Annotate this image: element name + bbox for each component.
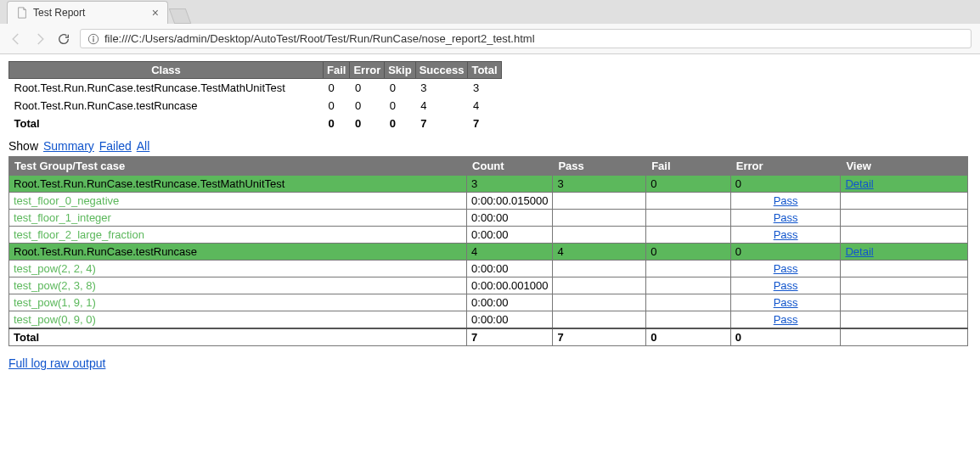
case-duration: 0:00:00 (467, 311, 553, 329)
new-tab-button[interactable] (169, 8, 192, 24)
total-cell: 0 (646, 328, 731, 346)
filter-label: Show (8, 139, 38, 153)
case-duration: 0:00:00 (467, 210, 553, 227)
summary-cell: 0 (350, 79, 385, 98)
back-icon[interactable] (8, 31, 24, 47)
result-link[interactable]: Pass (774, 296, 798, 309)
summary-header: Success (415, 62, 468, 79)
summary-cell: 4 (415, 97, 468, 115)
group-cell: 3 (553, 176, 646, 193)
group-view-cell: Detail (841, 176, 968, 193)
svg-point-1 (93, 36, 94, 37)
summary-cell: Total (9, 115, 324, 132)
case-cell (553, 294, 646, 311)
summary-cell: 0 (350, 97, 385, 115)
group-cell: 0 (646, 176, 731, 193)
detail-header: Test Group/Test case (9, 157, 467, 176)
case-duration: 0:00:00 (467, 261, 553, 277)
group-name: Root.Test.Run.RunCase.testRuncase (9, 244, 467, 261)
raw-output-link[interactable]: Full log raw output (8, 356, 105, 370)
case-cell (553, 277, 646, 294)
result-link[interactable]: Pass (774, 194, 798, 207)
summary-cell: 0 (324, 115, 350, 132)
case-cell (646, 311, 731, 329)
case-duration: 0:00:00 (467, 227, 553, 244)
case-row: test_pow(2, 2, 4)0:00:00Pass (9, 261, 968, 277)
case-name: test_floor_1_integer (9, 210, 467, 227)
case-name: test_pow(2, 2, 4) (9, 261, 467, 277)
result-link[interactable]: Pass (774, 211, 798, 224)
case-cell (841, 311, 968, 329)
group-cell: 0 (646, 244, 731, 261)
detail-link[interactable]: Detail (845, 177, 873, 190)
case-cell (553, 193, 646, 210)
tab-bar: Test Report × (0, 0, 980, 24)
case-cell (646, 210, 731, 227)
case-cell (553, 210, 646, 227)
browser-tab[interactable]: Test Report × (7, 1, 168, 24)
browser-chrome: Test Report × file:///C:/Users/admin/Des… (0, 0, 980, 54)
info-icon[interactable] (87, 33, 99, 45)
filter-summary-link[interactable]: Summary (43, 139, 94, 153)
detail-header: Error (730, 157, 841, 176)
case-name: test_pow(1, 9, 1) (9, 294, 467, 311)
filter-all-link[interactable]: All (137, 139, 150, 153)
summary-cell: 7 (415, 115, 468, 132)
case-result-cell: Pass (730, 193, 841, 210)
case-name: test_pow(2, 3, 8) (9, 277, 467, 294)
summary-cell: 0 (385, 115, 415, 132)
case-result-cell: Pass (730, 294, 841, 311)
case-cell (841, 277, 968, 294)
case-duration: 0:00:00.001000 (467, 277, 553, 294)
close-icon[interactable]: × (152, 6, 159, 20)
detail-header-row: Test Group/Test case Count Pass Fail Err… (9, 157, 968, 176)
group-cell: 4 (553, 244, 646, 261)
result-link[interactable]: Pass (774, 313, 798, 326)
result-link[interactable]: Pass (774, 279, 798, 292)
total-cell: Total (9, 328, 467, 346)
case-row: test_pow(0, 9, 0)0:00:00Pass (9, 311, 968, 329)
detail-header: Count (467, 157, 553, 176)
summary-cell: 4 (468, 97, 501, 115)
reload-icon[interactable] (56, 31, 71, 47)
case-cell (646, 193, 731, 210)
summary-cell: Root.Test.Run.RunCase.testRuncase (9, 97, 324, 115)
forward-icon[interactable] (32, 31, 48, 47)
case-cell (646, 294, 731, 311)
summary-row: Root.Test.Run.RunCase.testRuncase.TestMa… (9, 79, 502, 98)
case-name: test_floor_2_large_fraction (9, 227, 467, 244)
detail-header: View (841, 157, 968, 176)
group-name: Root.Test.Run.RunCase.testRuncase.TestMa… (9, 176, 467, 193)
result-link[interactable]: Pass (774, 262, 798, 275)
total-cell: 0 (730, 328, 841, 346)
case-result-cell: Pass (730, 261, 841, 277)
total-cell (841, 328, 968, 346)
group-view-cell: Detail (841, 244, 968, 261)
total-cell: 7 (467, 328, 553, 346)
case-cell (841, 227, 968, 244)
summary-cell: 0 (385, 97, 415, 115)
summary-cell: 3 (468, 79, 501, 98)
case-cell (841, 210, 968, 227)
summary-cell: 0 (324, 79, 350, 98)
case-name: test_floor_0_negative (9, 193, 467, 210)
detail-link[interactable]: Detail (845, 245, 873, 258)
address-bar: file:///C:/Users/admin/Desktop/AutoTest/… (0, 24, 980, 53)
svg-rect-2 (93, 38, 93, 42)
page-icon (16, 7, 28, 19)
case-cell (646, 261, 731, 277)
case-duration: 0:00:00.015000 (467, 193, 553, 210)
case-cell (841, 294, 968, 311)
filter-failed-link[interactable]: Failed (99, 139, 132, 153)
case-cell (553, 227, 646, 244)
group-cell: 4 (467, 244, 553, 261)
summary-header: Total (468, 62, 501, 79)
group-cell: 0 (730, 176, 841, 193)
summary-header: Skip (385, 62, 415, 79)
case-duration: 0:00:00 (467, 294, 553, 311)
result-link[interactable]: Pass (774, 228, 798, 241)
address-input[interactable]: file:///C:/Users/admin/Desktop/AutoTest/… (80, 29, 972, 48)
case-cell (646, 227, 731, 244)
summary-header: Class (9, 62, 324, 79)
case-row: test_pow(1, 9, 1)0:00:00Pass (9, 294, 968, 311)
